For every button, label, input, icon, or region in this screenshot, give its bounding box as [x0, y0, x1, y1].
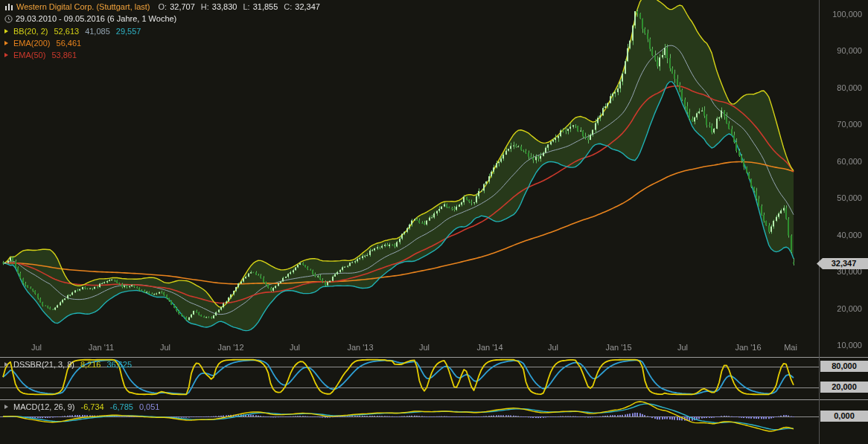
price-chart-canvas[interactable]	[0, 0, 868, 444]
trading-chart-app: Western Digital Corp. (Stuttgart, last) …	[0, 0, 868, 444]
